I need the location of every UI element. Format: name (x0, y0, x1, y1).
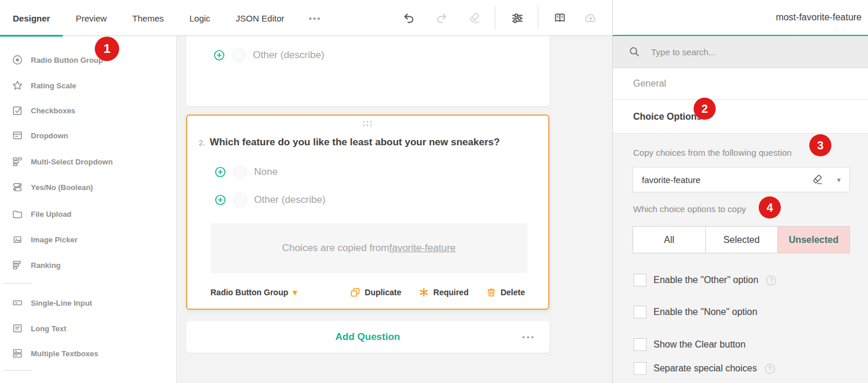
settings-button[interactable] (507, 8, 528, 28)
choice-label: Other (describe) (254, 194, 326, 206)
checkbox-enable-other[interactable]: Enable the "Other" option ? (634, 273, 776, 287)
toolbox-divider (3, 283, 31, 284)
required-button[interactable]: Required (419, 287, 469, 298)
add-choice-button[interactable] (213, 49, 225, 61)
copy-mode-unselected[interactable]: Unselected (777, 227, 849, 253)
image-picker-icon (12, 234, 23, 245)
survey-creator-app: Designer Preview Themes Logic JSON Edito… (0, 0, 868, 383)
long-text-icon (12, 323, 23, 334)
toolbox-item-label: Image Picker (31, 235, 77, 244)
section-choice-options[interactable]: Choice Options (613, 100, 868, 134)
section-general[interactable]: General (613, 68, 868, 100)
tab-preview[interactable]: Preview (63, 0, 119, 36)
add-question-button[interactable]: Add Question ••• (186, 321, 549, 353)
choice-label: Other (describe) (253, 49, 324, 61)
radio-button-group-icon (12, 54, 23, 66)
checkbox-label: Separate special choices (653, 363, 757, 374)
book-icon (553, 11, 567, 25)
ranking-icon (12, 259, 23, 271)
tab-json-editor[interactable]: JSON Editor (223, 0, 297, 36)
question-title[interactable]: Which feature do you like the least abou… (210, 137, 500, 148)
toolbox-item-label: Checkboxes (31, 106, 76, 115)
checkbox-label: Show the Clear button (653, 339, 745, 350)
checkbox-show-clear-button[interactable]: Show the Clear button (634, 338, 745, 352)
add-choice-button[interactable] (215, 166, 226, 178)
toolbox-item-checkboxes[interactable]: Checkboxes (0, 102, 76, 119)
toolbox-item-image-picker[interactable]: Image Picker (0, 231, 77, 248)
dropdown-icon (12, 130, 23, 141)
checkbox-box[interactable] (634, 362, 646, 375)
question-type-selector[interactable]: Radio Button Group ▾ (210, 288, 297, 297)
redo-button[interactable] (431, 8, 452, 28)
delete-button[interactable]: Delete (486, 287, 525, 298)
dropdown-caret-icon[interactable]: ▾ (837, 176, 841, 184)
cloud-upload-icon (584, 11, 598, 25)
toolbox-item-rating-scale[interactable]: Rating Scale (0, 77, 76, 94)
question-card-selected[interactable]: 2. Which feature do you like the least a… (186, 114, 549, 310)
toolbox-item-file-upload[interactable]: File Upload (0, 205, 72, 223)
publish-button[interactable] (580, 8, 601, 28)
tab-designer[interactable]: Designer (0, 0, 63, 36)
search-icon (628, 46, 640, 58)
view-tabs: Designer Preview Themes Logic JSON Edito… (0, 0, 333, 36)
clear-value-eraser-icon[interactable] (811, 173, 824, 186)
checkbox-separate-special-choices[interactable]: Separate special choices ? (634, 361, 775, 375)
rating-scale-icon (12, 80, 23, 91)
question-card-previous[interactable]: Other (describe) (186, 36, 549, 106)
search-input[interactable] (651, 47, 826, 57)
copied-from-link[interactable]: favorite-feature (389, 242, 455, 254)
checkbox-box[interactable] (634, 306, 646, 318)
eraser-icon (467, 11, 481, 25)
required-asterisk-icon (419, 287, 429, 298)
survey-settings-button[interactable] (549, 8, 570, 28)
toolbox-item-label: Single-Line Input (31, 299, 92, 307)
toolbox-item-long-text[interactable]: Long Text (0, 320, 66, 337)
checkbox-box[interactable] (634, 274, 646, 287)
toolbar-separator (538, 6, 538, 30)
tab-themes[interactable]: Themes (120, 0, 177, 36)
choice-options-form: Copy choices from the following question… (613, 134, 868, 383)
question-header: 2. Which feature do you like the least a… (199, 137, 500, 148)
copied-note-text: Choices are copied from (282, 242, 389, 254)
drag-handle-icon[interactable] (363, 121, 373, 127)
question-number: 2. (199, 138, 205, 147)
toolbox-item-dropdown[interactable]: Dropdown (0, 127, 68, 144)
toolbox-item-single-line-input[interactable]: Single-Line Input (0, 294, 92, 312)
plus-circle-icon (215, 166, 226, 178)
add-question-more-icon[interactable]: ••• (522, 332, 535, 341)
checkbox-label: Enable the "None" option (653, 307, 758, 317)
tabs-more-icon[interactable]: ••• (297, 0, 333, 36)
add-choice-button[interactable] (215, 194, 226, 206)
property-grid-panel: most-favorite-feature General Choice Opt… (612, 0, 868, 383)
checkbox-box[interactable] (634, 338, 646, 351)
duplicate-icon (350, 287, 360, 298)
property-search[interactable] (613, 36, 868, 68)
toolbox-item-multiple-textboxes[interactable]: Multiple Textboxes (0, 345, 98, 362)
toolbox-item-ranking[interactable]: Ranking (0, 256, 60, 274)
duplicate-button[interactable]: Duplicate (350, 287, 401, 298)
sliders-icon (510, 11, 524, 25)
clear-survey-button[interactable] (464, 8, 485, 28)
toolbox-item-label: Multiple Textboxes (31, 349, 98, 358)
copy-mode-selected[interactable]: Selected (705, 227, 777, 253)
copy-mode-all[interactable]: All (633, 227, 705, 253)
radio-placeholder (233, 165, 247, 179)
toolbox-item-yes-no-boolean[interactable]: Yes/No (Boolean) (0, 178, 93, 196)
toolbox-item-radio-button-group[interactable]: Radio Button Group (0, 51, 103, 69)
delete-label: Delete (501, 288, 525, 297)
question-type-label: Radio Button Group (210, 288, 288, 297)
file-upload-icon (12, 208, 23, 220)
help-icon[interactable]: ? (766, 275, 776, 285)
copy-choices-dropdown[interactable]: favorite-feature ▾ (633, 167, 850, 192)
checkbox-enable-none[interactable]: Enable the "None" option (634, 305, 758, 319)
selected-element-header: most-favorite-feature (613, 0, 868, 36)
selected-element-name: most-favorite-feature (776, 12, 862, 23)
help-icon[interactable]: ? (765, 364, 775, 374)
toolbox-item-label: Ranking (31, 261, 60, 270)
boolean-icon (12, 181, 23, 193)
toolbox-item-multi-select-dropdown[interactable]: Multi-Select Dropdown (0, 153, 113, 170)
annotation-badge-1: 1 (95, 37, 119, 61)
multi-select-dropdown-icon (12, 156, 23, 167)
tab-logic[interactable]: Logic (177, 0, 223, 36)
undo-button[interactable] (398, 8, 419, 28)
